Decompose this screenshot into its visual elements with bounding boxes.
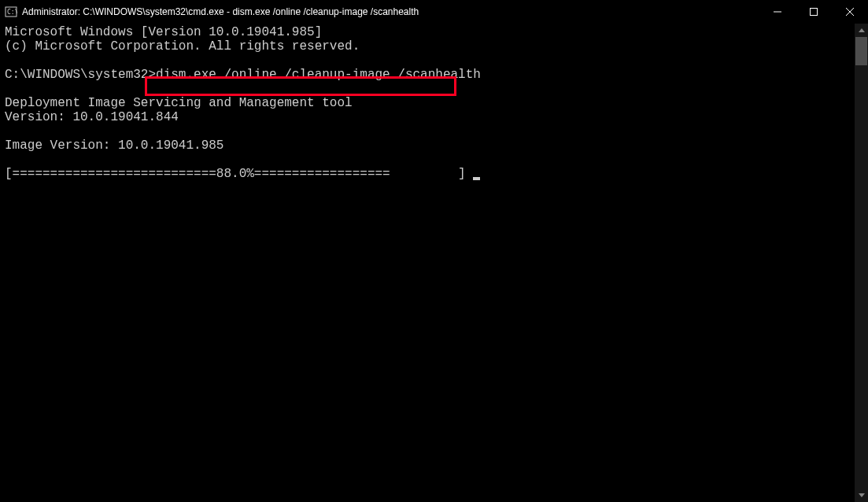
output-line: Image Version: 10.0.19041.985 <box>5 138 223 153</box>
scrollbar-track[interactable] <box>855 37 868 489</box>
command-text: dism.exe /online /cleanup-image /scanhea… <box>156 68 481 82</box>
scrollbar-thumb[interactable] <box>855 37 867 65</box>
output-line: (c) Microsoft Corporation. All rights re… <box>5 39 360 54</box>
close-button[interactable] <box>832 0 868 24</box>
prompt-prefix: C:\WINDOWS\system32> <box>5 68 156 82</box>
cmd-window: C:\ Administrator: C:\WINDOWS\system32\c… <box>0 0 868 502</box>
titlebar-controls <box>759 0 868 24</box>
terminal-content: Microsoft Windows [Version 10.0.19041.98… <box>0 24 868 183</box>
minimize-button[interactable] <box>759 0 796 24</box>
svg-marker-7 <box>859 493 865 497</box>
terminal-body[interactable]: Microsoft Windows [Version 10.0.19041.98… <box>0 24 868 502</box>
output-line: Version: 10.0.19041.844 <box>5 110 179 124</box>
output-line: Microsoft Windows [Version 10.0.19041.98… <box>5 25 322 39</box>
svg-marker-6 <box>859 28 865 32</box>
cursor <box>473 177 480 180</box>
scroll-up-button[interactable] <box>855 24 868 37</box>
titlebar[interactable]: C:\ Administrator: C:\WINDOWS\system32\c… <box>0 0 868 24</box>
scroll-down-button[interactable] <box>855 489 868 502</box>
window-title: Administrator: C:\WINDOWS\system32\cmd.e… <box>22 6 759 17</box>
cmd-icon: C:\ <box>5 6 17 18</box>
output-line: Deployment Image Servicing and Managemen… <box>5 96 353 110</box>
svg-rect-3 <box>811 9 818 16</box>
maximize-button[interactable] <box>796 0 832 24</box>
svg-text:C:\: C:\ <box>7 9 17 16</box>
scrollbar[interactable] <box>855 24 868 502</box>
progress-bar: [===========================88.0%=======… <box>5 167 473 181</box>
